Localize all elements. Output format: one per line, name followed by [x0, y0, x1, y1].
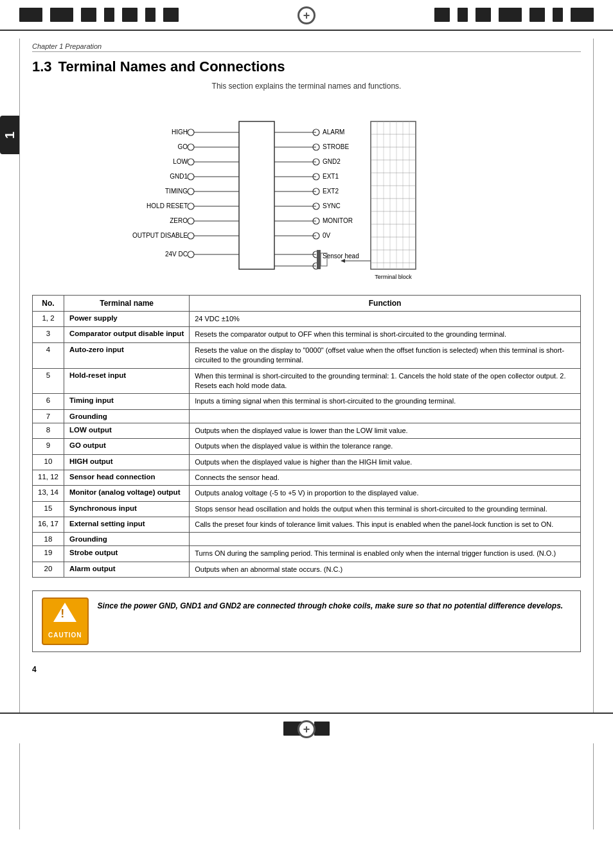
table-row: 1, 2Power supply24 VDC ±10% — [33, 312, 581, 327]
terminal-go — [188, 144, 194, 150]
film-segment — [434, 8, 450, 22]
cell-name: Synchronous input — [64, 501, 189, 517]
terminal-diagram: HIGH GO LOW GND1 TIMING HOLD RESET ZERO … — [127, 102, 486, 282]
section-title: 1.3 Terminal Names and Connections — [32, 58, 581, 75]
sprocket-bottom: + — [298, 720, 315, 738]
cell-function: Stops sensor head oscillation and holds … — [190, 501, 581, 517]
terminal-block-label: Terminal block — [375, 274, 412, 280]
rlabel-sensor: Sensor head — [323, 252, 359, 260]
chapter-divider — [32, 51, 581, 52]
terminal-timing — [188, 188, 194, 195]
top-bar — [0, 0, 613, 31]
terminal-24vdc — [188, 251, 194, 258]
film-segment — [529, 8, 545, 22]
film-segment — [19, 8, 42, 22]
film-segment — [458, 8, 468, 22]
bottom-bar: + — [0, 713, 613, 743]
rlabel-ext1: EXT1 — [323, 173, 339, 180]
cell-name: Comparator output disable input — [64, 327, 189, 342]
table-row: 19Strobe outputTurns ON during the sampl… — [33, 546, 581, 562]
sprocket-top — [298, 6, 315, 24]
caution-triangle-shape: ! — [53, 603, 76, 622]
cell-no: 6 — [33, 394, 64, 409]
cell-no: 9 — [33, 439, 64, 454]
rlabel-strobe: STROBE — [323, 143, 349, 150]
cell-function: Connects the sensor head. — [190, 470, 581, 485]
rlabel-monitor: MONITOR — [323, 217, 353, 224]
top-bar-right — [434, 8, 613, 22]
film-segment — [553, 8, 563, 22]
film-gap — [565, 8, 569, 22]
film-gap — [547, 8, 551, 22]
label-hold-reset: HOLD RESET — [147, 202, 188, 209]
sensor-connector — [317, 250, 321, 269]
cell-function: Resets the value on the display to "0000… — [190, 342, 581, 368]
rlabel-ext2: EXT2 — [323, 188, 339, 195]
cell-no: 7 — [33, 409, 64, 423]
cell-function — [190, 533, 581, 546]
table-row: 13, 14Monitor (analog voltage) outputOut… — [33, 486, 581, 501]
table-row: 10HIGH outputOutputs when the displayed … — [33, 454, 581, 470]
cell-name: GO output — [64, 439, 189, 454]
film-segment — [314, 722, 330, 736]
cell-function: Inputs a timing signal when this termina… — [190, 394, 581, 409]
chapter-label: Chapter 1 Preparation — [32, 42, 581, 50]
cell-name: Power supply — [64, 312, 189, 327]
section-description: This section explains the terminal names… — [32, 82, 581, 91]
table-row: 8LOW outputOutputs when the displayed va… — [33, 423, 581, 438]
cell-name: Monitor (analog voltage) output — [64, 486, 189, 501]
film-gap — [139, 8, 143, 22]
label-zero: ZERO — [170, 217, 188, 224]
cell-function: Resets the comparator output to OFF when… — [190, 327, 581, 342]
film-segment — [122, 8, 138, 22]
film-segment — [163, 8, 179, 22]
cell-no: 1, 2 — [33, 312, 64, 327]
cell-no: 10 — [33, 454, 64, 470]
table-row: 5Hold-reset inputWhen this terminal is s… — [33, 368, 581, 394]
film-gap — [98, 8, 102, 22]
cell-function: Outputs when the displayed value is high… — [190, 454, 581, 470]
film-gap — [44, 8, 48, 22]
caution-text: Since the power GND, GND1 and GND2 are c… — [98, 598, 564, 612]
table-row: 20Alarm outputOutputs when an abnormal s… — [33, 562, 581, 577]
cell-name: External setting input — [64, 517, 189, 533]
label-output-disable: OUTPUT DISABLE — [132, 232, 188, 239]
cell-name: Alarm output — [64, 562, 189, 577]
page-content: Chapter 1 Preparation 1.3 Terminal Names… — [0, 31, 613, 700]
film-gap — [75, 8, 79, 22]
cell-name: Hold-reset input — [64, 368, 189, 394]
table-row: 9GO outputOutputs when the displayed val… — [33, 439, 581, 454]
table-row: 15Synchronous inputStops sensor head osc… — [33, 501, 581, 517]
cell-no: 19 — [33, 546, 64, 562]
sprocket-plus: + — [299, 722, 314, 736]
caution-label: CAUTION — [48, 632, 82, 639]
connector-box — [239, 121, 274, 269]
label-go: GO — [177, 143, 188, 150]
table-row: 4Auto-zero inputResets the value on the … — [33, 342, 581, 368]
cell-no: 4 — [33, 342, 64, 368]
film-segment — [571, 8, 594, 22]
terminal-zero — [188, 218, 194, 224]
film-gap — [493, 8, 497, 22]
cell-no: 13, 14 — [33, 486, 64, 501]
cell-function: When this terminal is short-circuited to… — [190, 368, 581, 394]
cell-no: 18 — [33, 533, 64, 546]
film-segment — [499, 8, 522, 22]
cell-name: Strobe output — [64, 546, 189, 562]
diagram-area: HIGH GO LOW GND1 TIMING HOLD RESET ZERO … — [32, 102, 581, 282]
terminals-table: No. Terminal name Function 1, 2Power sup… — [32, 295, 581, 578]
cell-no: 5 — [33, 368, 64, 394]
film-segment — [104, 8, 114, 22]
cell-function: Outputs when the displayed value is lowe… — [190, 423, 581, 438]
col-header-no: No. — [33, 296, 64, 312]
cell-function: 24 VDC ±10% — [190, 312, 581, 327]
label-low: LOW — [173, 158, 188, 165]
cell-function: Turns ON during the sampling period. Thi… — [190, 546, 581, 562]
cell-name: HIGH output — [64, 454, 189, 470]
rlabel-gnd2: GND2 — [323, 158, 341, 165]
rlabel-alarm: ALARM — [323, 128, 344, 136]
film-gap — [470, 8, 474, 22]
cell-no: 3 — [33, 327, 64, 342]
rlabel-0v: 0V — [323, 232, 331, 239]
section-number: 1.3 — [32, 58, 52, 75]
